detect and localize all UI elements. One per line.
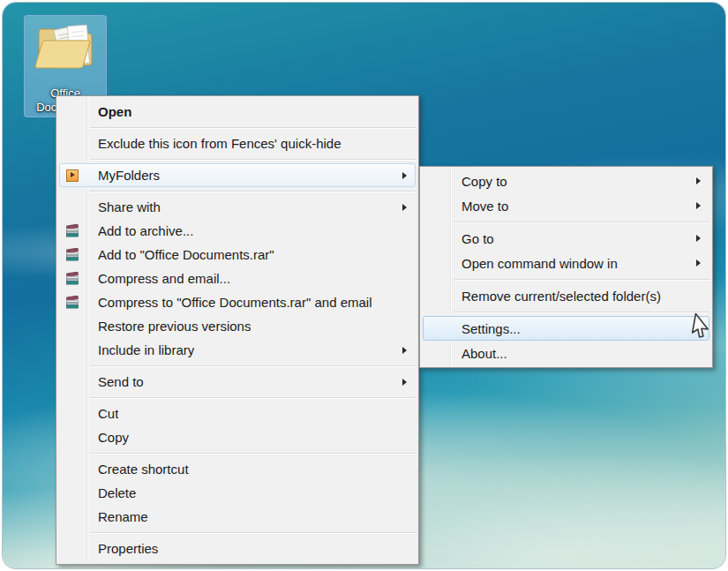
submenu-item-about[interactable]: About... [423,341,709,365]
submenu-arrow-icon [696,235,701,242]
submenu-item-remove-current-selected-folders[interactable]: Remove current/selected folder(s) [423,283,709,308]
menu-separator [90,127,416,128]
submenu-arrow-icon [696,202,701,209]
folder-icon [34,19,97,74]
submenu-item-settings[interactable]: Settings... [423,316,709,341]
menu-separator [454,279,709,280]
menu-item-share-with[interactable]: Share with [59,195,416,219]
submenu-arrow-icon [402,347,407,354]
menu-separator [90,191,416,192]
menu-item-delete[interactable]: Delete [59,481,416,505]
menu-separator [90,365,416,366]
menu-item-compress-and-email[interactable]: Compress and email... [59,267,416,290]
menu-separator [90,453,416,454]
menu-item-open[interactable]: Open [59,100,416,124]
menu-separator [90,397,416,398]
submenu-arrow-icon [402,204,407,211]
menu-item-add-to-archive[interactable]: Add to archive... [59,219,416,243]
myfolders-icon [65,169,79,183]
menu-item-copy[interactable]: Copy [59,425,416,449]
menu-item-restore-previous-versions[interactable]: Restore previous versions [59,314,416,338]
winrar-icon [65,296,79,310]
menu-item-include-in-library[interactable]: Include in library [59,338,416,362]
myfolders-submenu: Copy to Move to Go to Open command windo… [419,166,713,368]
desktop[interactable]: Office Documents Open Exclude this icon … [3,3,725,568]
menu-item-create-shortcut[interactable]: Create shortcut [59,457,416,481]
submenu-arrow-icon [402,172,407,179]
menu-item-add-to-rar[interactable]: Add to "Office Documents.rar" [59,243,416,267]
winrar-icon [65,248,79,262]
menu-separator [90,532,416,533]
submenu-arrow-icon [402,379,407,386]
menu-item-rename[interactable]: Rename [59,505,416,529]
menu-item-send-to[interactable]: Send to [59,370,416,394]
submenu-item-copy-to[interactable]: Copy to [423,169,709,193]
submenu-arrow-icon [696,177,701,184]
menu-separator [454,222,709,222]
menu-item-cut[interactable]: Cut [59,402,416,425]
submenu-item-go-to[interactable]: Go to [423,226,709,251]
menu-separator [454,312,709,312]
menu-item-properties[interactable]: Properties [59,537,416,560]
menu-item-exclude-from-fences[interactable]: Exclude this icon from Fences' quick-hid… [59,131,416,155]
menu-item-compress-to-rar-and-email[interactable]: Compress to "Office Documents.rar" and e… [59,290,416,314]
winrar-icon [65,272,79,286]
menu-item-myfolders[interactable]: MyFolders [59,163,416,187]
submenu-arrow-icon [696,259,701,267]
context-menu: Open Exclude this icon from Fences' quic… [56,95,419,565]
menu-separator [90,159,416,160]
winrar-icon [65,224,79,238]
submenu-item-move-to[interactable]: Move to [423,193,709,218]
submenu-item-open-command-window-in[interactable]: Open command window in [423,251,709,275]
